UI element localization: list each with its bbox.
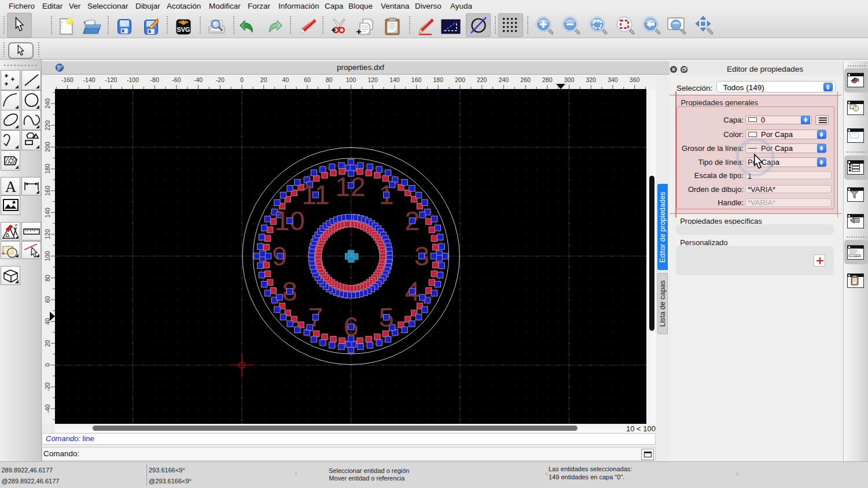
svg-text:SVG: SVG [176,26,190,33]
svg-text:A: A [856,78,859,83]
svg-text:> command: > command [850,254,861,257]
svg-text:A: A [5,178,16,195]
